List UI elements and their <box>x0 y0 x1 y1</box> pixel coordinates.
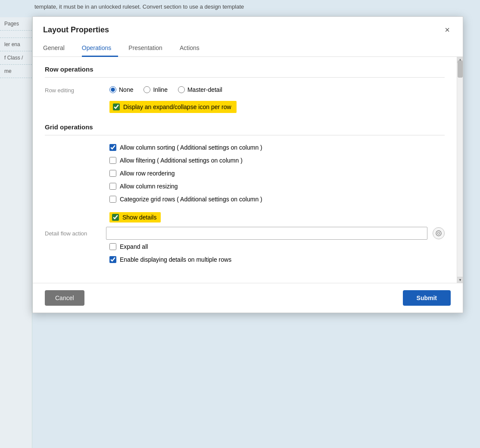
row-operations-section: Row operations Row editing None Inli <box>45 66 445 113</box>
layout-properties-modal: Layout Properties × General Operations P… <box>32 16 463 313</box>
allow-resizing-label: Allow column resizing <box>120 183 178 190</box>
row-editing-row: Row editing None Inline <box>45 86 445 113</box>
detail-flow-settings-icon[interactable] <box>433 227 445 239</box>
detail-flow-row: Detail flow action <box>45 227 445 240</box>
checkbox-allow-reordering[interactable]: Allow row reordering <box>109 170 445 177</box>
svg-point-0 <box>436 231 441 236</box>
grid-ops-list: Allow column sorting ( Additional settin… <box>109 144 445 223</box>
expand-collapse-checkbox[interactable] <box>113 103 120 110</box>
expand-all-label: Expand all <box>120 243 148 250</box>
radio-master-detail-label: Master-detail <box>187 86 222 93</box>
close-button[interactable]: × <box>442 25 452 35</box>
modal-body: Row operations Row editing None Inli <box>33 57 463 283</box>
scrollbar-down-arrow[interactable]: ▼ <box>457 277 463 283</box>
radio-group-editing: None Inline Master-detail <box>109 86 237 93</box>
checkbox-allow-sorting[interactable]: Allow column sorting ( Additional settin… <box>109 144 445 151</box>
sidebar: Pages ler ena f Class / me <box>0 17 32 448</box>
grid-operations-divider <box>45 135 445 135</box>
sidebar-pages: Pages <box>0 17 32 31</box>
sidebar-item2: ler ena <box>0 38 32 51</box>
sidebar-item3: f Class / <box>0 51 32 65</box>
radio-inline[interactable]: Inline <box>143 86 167 93</box>
cancel-button[interactable]: Cancel <box>45 290 84 306</box>
checkbox-enable-multiple[interactable]: Enable displaying details on multiple ro… <box>109 256 445 263</box>
extra-checkboxes: Expand all Enable displaying details on … <box>109 243 445 264</box>
radio-none[interactable]: None <box>109 86 133 93</box>
allow-reordering-label: Allow row reordering <box>120 170 175 177</box>
submit-button[interactable]: Submit <box>403 290 451 306</box>
radio-none-label: None <box>119 86 133 93</box>
detail-flow-label: Detail flow action <box>45 230 101 237</box>
bg-hint-text: template, it must be in an unlocked rule… <box>34 3 244 10</box>
grid-operations-section: Grid operations Allow column sorting ( A… <box>45 123 445 264</box>
categorize-rows-label: Categorize grid rows ( Additional settin… <box>120 196 262 203</box>
modal-title: Layout Properties <box>43 25 109 34</box>
row-editing-label: Row editing <box>45 86 101 94</box>
checkbox-allow-filtering[interactable]: Allow filtering ( Additional settings on… <box>109 157 445 164</box>
tab-general[interactable]: General <box>43 40 72 57</box>
checkbox-allow-resizing[interactable]: Allow column resizing <box>109 183 445 190</box>
checkbox-expand-all[interactable]: Expand all <box>109 243 445 250</box>
scrollbar: ▲ ▼ <box>457 57 463 283</box>
expand-collapse-label: Display an expand/collapse icon per row <box>123 103 231 110</box>
scrollbar-thumb[interactable] <box>458 60 463 78</box>
svg-point-1 <box>438 232 440 235</box>
row-operations-title: Row operations <box>45 66 445 73</box>
tab-actions[interactable]: Actions <box>180 40 206 57</box>
modal-content: Row operations Row editing None Inli <box>33 57 457 283</box>
enable-multiple-label: Enable displaying details on multiple ro… <box>120 256 231 263</box>
row-operations-divider <box>45 77 445 78</box>
radio-inline-label: Inline <box>153 86 167 93</box>
sidebar-item1 <box>0 31 32 38</box>
checkbox-show-details[interactable]: Show details <box>109 209 445 222</box>
modal-header: Layout Properties × <box>33 17 463 40</box>
show-details-highlight: Show details <box>109 212 161 222</box>
allow-filtering-label: Allow filtering ( Additional settings on… <box>120 157 243 164</box>
checkbox-categorize-rows[interactable]: Categorize grid rows ( Additional settin… <box>109 196 445 203</box>
detail-flow-input[interactable] <box>106 227 427 240</box>
row-editing-options: None Inline Master-detail <box>109 86 237 113</box>
show-details-label: Show details <box>122 214 156 221</box>
tabs-bar: General Operations Presentation Actions <box>33 40 463 57</box>
allow-sorting-label: Allow column sorting ( Additional settin… <box>120 144 262 151</box>
grid-operations-title: Grid operations <box>45 123 445 131</box>
sidebar-item4: me <box>0 65 32 78</box>
modal-footer: Cancel Submit <box>33 283 463 313</box>
expand-collapse-highlight: Display an expand/collapse icon per row <box>109 101 237 113</box>
radio-master-detail[interactable]: Master-detail <box>178 86 222 93</box>
tab-presentation[interactable]: Presentation <box>128 40 169 57</box>
tab-operations[interactable]: Operations <box>82 40 118 57</box>
